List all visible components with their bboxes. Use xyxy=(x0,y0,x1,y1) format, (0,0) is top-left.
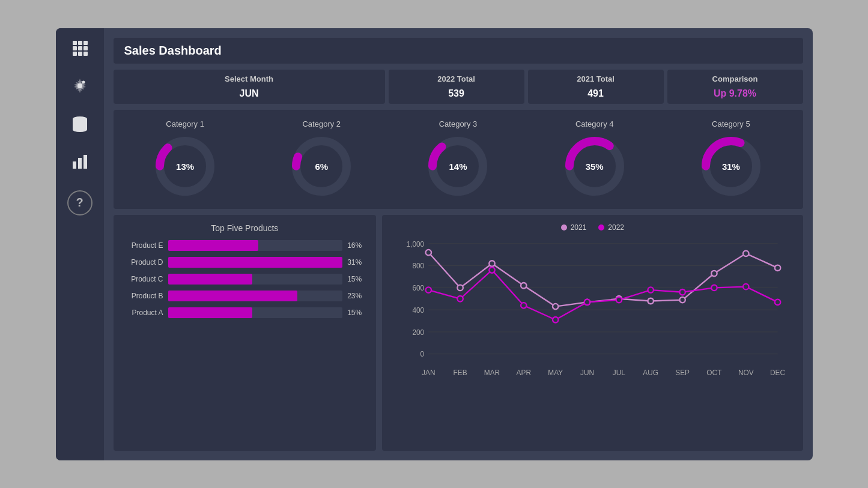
bar-row: Product E16% xyxy=(124,240,366,251)
donut-4: 35% xyxy=(562,133,628,199)
svg-rect-2 xyxy=(83,41,88,45)
svg-text:400: 400 xyxy=(413,306,425,314)
bar-fill xyxy=(168,257,343,268)
svg-point-18 xyxy=(73,127,87,132)
svg-point-56 xyxy=(426,249,431,255)
svg-point-73 xyxy=(584,299,590,304)
svg-text:200: 200 xyxy=(413,328,425,336)
line-chart-card: 2021 2022 02004006008001,000JANFEBMARAPR… xyxy=(382,215,803,451)
svg-point-64 xyxy=(680,297,685,302)
legend-2021-label: 2021 xyxy=(571,223,587,232)
category-item-4: Category 4 35% xyxy=(527,119,661,199)
donut-value-5: 31% xyxy=(722,161,740,171)
select-month-card[interactable]: Select Month JUN xyxy=(114,70,385,104)
sidebar: ? xyxy=(56,28,104,460)
bar-label: Product B xyxy=(124,292,163,300)
svg-rect-21 xyxy=(83,155,87,169)
donut-3: 14% xyxy=(425,133,491,199)
comparison-value: Up 9.78% xyxy=(714,86,756,104)
charts-row: Top Five Products Product E16%Product D3… xyxy=(114,215,803,451)
svg-point-11 xyxy=(82,80,85,83)
svg-text:JUN: JUN xyxy=(580,369,594,377)
bar-track xyxy=(168,257,343,268)
category-item-5: Category 5 31% xyxy=(664,119,798,199)
legend-2022-label: 2022 xyxy=(608,223,624,232)
svg-text:0: 0 xyxy=(420,350,425,358)
legend-dot-2022 xyxy=(598,224,604,230)
category-item-1: Category 1 13% xyxy=(118,119,252,199)
svg-point-76 xyxy=(680,289,685,295)
donut-1: 13% xyxy=(152,133,218,199)
bar-row: Product A15% xyxy=(124,307,366,318)
svg-text:FEB: FEB xyxy=(454,369,467,377)
svg-point-60 xyxy=(553,303,558,309)
svg-text:1,000: 1,000 xyxy=(407,239,425,248)
select-month-value: JUN xyxy=(239,86,258,104)
help-icon[interactable]: ? xyxy=(67,190,93,215)
svg-point-69 xyxy=(458,296,463,301)
bar-pct: 15% xyxy=(347,309,365,317)
svg-text:DEC: DEC xyxy=(770,369,785,377)
svg-text:JUL: JUL xyxy=(613,369,625,377)
svg-point-59 xyxy=(521,282,526,288)
svg-point-10 xyxy=(77,83,82,88)
app-container: ? Sales Dashboard Select Month JUN 2022 … xyxy=(56,28,813,460)
category-label-2: Category 2 xyxy=(302,119,341,128)
bar-track xyxy=(168,291,343,301)
page-title: Sales Dashboard xyxy=(124,44,792,58)
svg-point-65 xyxy=(711,270,717,276)
grid-icon[interactable] xyxy=(72,40,88,59)
svg-text:MAR: MAR xyxy=(484,369,500,377)
total-2022-value: 539 xyxy=(448,86,464,104)
bar-label: Product E xyxy=(124,241,163,250)
bar-pct: 31% xyxy=(347,258,365,267)
bar-chart-icon[interactable] xyxy=(72,154,88,172)
comparison-label: Comparison xyxy=(712,70,758,86)
svg-text:NOV: NOV xyxy=(738,369,754,377)
legend-dot-2021 xyxy=(561,224,567,230)
svg-point-77 xyxy=(711,285,717,290)
svg-text:AUG: AUG xyxy=(643,369,659,377)
bar-row: Product D31% xyxy=(124,257,366,268)
bar-fill xyxy=(168,291,298,301)
svg-point-63 xyxy=(648,298,654,303)
bar-chart-container: Product E16%Product D31%Product C15%Prod… xyxy=(124,240,366,318)
svg-rect-5 xyxy=(83,46,88,50)
category-item-3: Category 3 14% xyxy=(391,119,525,199)
svg-rect-8 xyxy=(83,52,88,56)
donut-2: 6% xyxy=(288,133,354,199)
category-label-4: Category 4 xyxy=(575,119,614,128)
donut-value-1: 13% xyxy=(176,161,194,171)
svg-point-67 xyxy=(775,265,780,270)
svg-rect-3 xyxy=(73,46,77,50)
svg-text:MAY: MAY xyxy=(548,369,563,377)
svg-point-72 xyxy=(553,317,558,322)
svg-rect-1 xyxy=(78,41,82,45)
category-label-5: Category 5 xyxy=(712,119,750,128)
total-2021-card: 2021 Total 491 xyxy=(528,70,664,104)
svg-rect-4 xyxy=(78,46,82,50)
svg-point-71 xyxy=(521,303,526,308)
bar-chart-title: Top Five Products xyxy=(124,223,366,233)
bar-track xyxy=(168,274,343,285)
svg-point-66 xyxy=(743,250,748,256)
bar-pct: 16% xyxy=(347,241,365,250)
bar-label: Product A xyxy=(124,309,163,317)
bar-track xyxy=(168,240,343,251)
total-2022-label: 2022 Total xyxy=(437,70,475,86)
svg-point-57 xyxy=(458,285,463,290)
stats-row: Select Month JUN 2022 Total 539 2021 Tot… xyxy=(114,70,803,104)
category-item-2: Category 2 6% xyxy=(255,119,389,199)
svg-point-78 xyxy=(743,283,748,289)
main-content: Sales Dashboard Select Month JUN 2022 To… xyxy=(104,28,813,460)
svg-rect-0 xyxy=(73,41,77,45)
bar-pct: 23% xyxy=(347,292,365,300)
svg-point-70 xyxy=(489,267,494,273)
title-bar: Sales Dashboard xyxy=(114,38,803,64)
svg-text:APR: APR xyxy=(517,369,532,377)
database-icon[interactable] xyxy=(72,116,88,136)
total-2021-label: 2021 Total xyxy=(577,70,615,86)
bar-pct: 15% xyxy=(347,275,365,283)
bar-track xyxy=(168,307,343,318)
settings-icon[interactable] xyxy=(71,77,88,98)
